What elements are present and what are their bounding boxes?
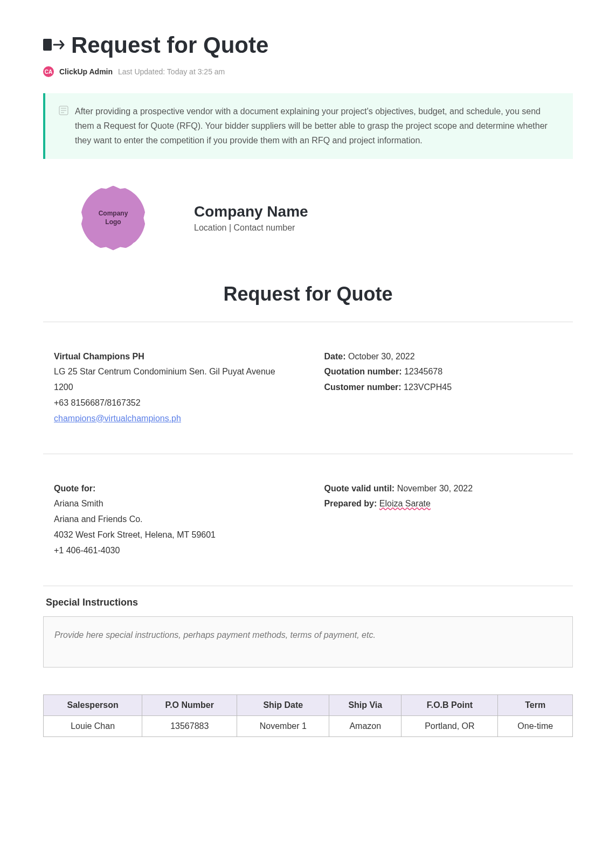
updated-timestamp: Last Updated: Today at 3:25 am	[118, 67, 225, 76]
special-placeholder: Provide here special instructions, perha…	[54, 630, 562, 640]
company-logo: Company Logo	[81, 186, 146, 251]
quotefor-company: Ariana and Friends Co.	[54, 512, 292, 527]
logo-text-2: Logo	[105, 218, 121, 227]
td-salesperson: Louie Chan	[44, 715, 142, 736]
company-name: Company Name	[194, 203, 308, 220]
quotefor-label: Quote for:	[54, 481, 292, 497]
document-title: Request for Quote	[43, 283, 573, 305]
prepared-label: Prepared by:	[324, 499, 377, 508]
special-heading: Special Instructions	[43, 597, 573, 608]
vendor-phone: +63 8156687/8167352	[54, 395, 292, 411]
table-header-row: Salesperson P.O Number Ship Date Ship Vi…	[44, 694, 573, 715]
th-salesperson: Salesperson	[44, 694, 142, 715]
vendor-name: Virtual Champions PH	[54, 349, 292, 365]
th-shipdate: Ship Date	[237, 694, 329, 715]
date-value: October 30, 2022	[348, 352, 415, 361]
page-header: Request for Quote	[43, 32, 573, 58]
vendor-email-link[interactable]: champions@virtualchampions.ph	[54, 414, 181, 423]
page-title: Request for Quote	[71, 32, 268, 58]
info-callout: After providing a prospective vendor wit…	[43, 93, 573, 159]
note-icon	[59, 106, 68, 115]
company-location: Location | Contact number	[194, 223, 308, 233]
shipping-table: Salesperson P.O Number Ship Date Ship Vi…	[43, 694, 573, 737]
cnum-value: 123VCPH45	[404, 383, 452, 392]
td-shipdate: November 1	[237, 715, 329, 736]
quotefor-phone: +1 406-461-4030	[54, 543, 292, 559]
valid-value: November 30, 2022	[397, 484, 473, 493]
th-fob: F.O.B Point	[402, 694, 498, 715]
svg-rect-0	[43, 39, 52, 51]
prepared-value: Eloiza Sarate	[379, 499, 431, 508]
valid-label: Quote valid until:	[324, 484, 395, 493]
qnum-label: Quotation number:	[324, 367, 402, 376]
divider	[43, 586, 573, 586]
quotefor-section: Quote for: Ariana Smith Ariana and Frien…	[43, 465, 573, 575]
qnum-value: 12345678	[404, 367, 442, 376]
quotefor-name: Ariana Smith	[54, 496, 292, 512]
cnum-label: Customer number:	[324, 383, 402, 392]
meta-row: CA ClickUp Admin Last Updated: Today at …	[43, 66, 573, 77]
special-instructions-box[interactable]: Provide here special instructions, perha…	[43, 616, 573, 668]
quotefor-address: 4032 West Fork Street, Helena, MT 59601	[54, 527, 292, 543]
author-name: ClickUp Admin	[59, 67, 113, 76]
td-po: 13567883	[142, 715, 237, 736]
th-shipvia: Ship Via	[329, 694, 402, 715]
td-term: One-time	[498, 715, 573, 736]
date-label: Date:	[324, 352, 346, 361]
avatar[interactable]: CA	[43, 66, 54, 77]
document-icon	[43, 38, 65, 53]
td-shipvia: Amazon	[329, 715, 402, 736]
vendor-section: Virtual Champions PH LG 25 Star Centrum …	[43, 333, 573, 443]
logo-text-1: Company	[99, 210, 128, 218]
th-term: Term	[498, 694, 573, 715]
table-row: Louie Chan 13567883 November 1 Amazon Po…	[44, 715, 573, 736]
divider	[43, 322, 573, 322]
vendor-address: LG 25 Star Centrum Condominium Sen. Gil …	[54, 364, 292, 395]
divider	[43, 454, 573, 454]
info-text: After providing a prospective vendor wit…	[75, 104, 559, 148]
th-po: P.O Number	[142, 694, 237, 715]
td-fob: Portland, OR	[402, 715, 498, 736]
company-header: Company Logo Company Name Location | Con…	[43, 186, 573, 251]
